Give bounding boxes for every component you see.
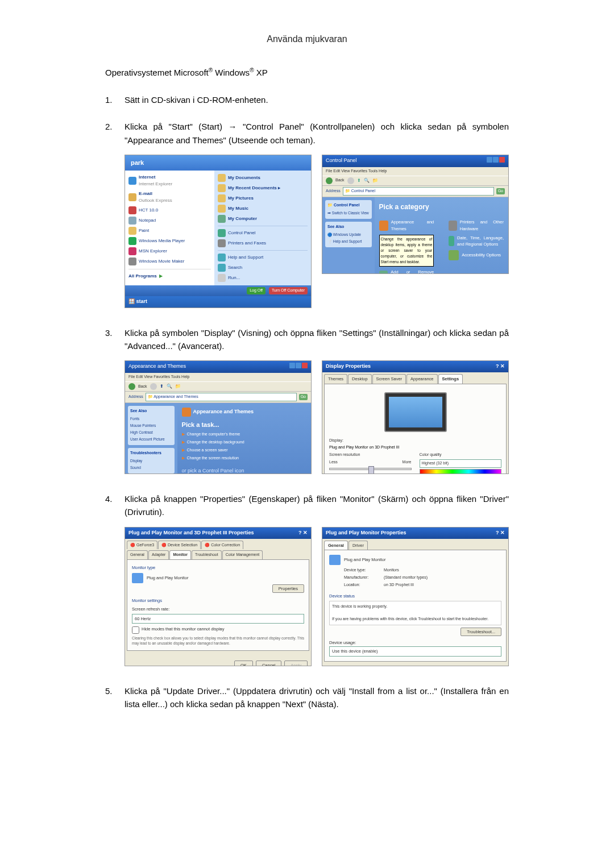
- start-item-moviemaker[interactable]: Windows Movie Maker: [128, 256, 211, 267]
- go-button[interactable]: Go: [496, 188, 505, 194]
- taskbar-start[interactable]: 🪟 start: [125, 296, 311, 308]
- sidebar-heading: Troubleshooters: [130, 450, 172, 456]
- start-item-mypics[interactable]: My Pictures: [218, 193, 308, 203]
- category-appearance[interactable]: Appearance and Themes: [379, 219, 434, 232]
- tab-troubleshoot[interactable]: Troubleshoot: [192, 550, 222, 559]
- go-button[interactable]: Go: [299, 394, 308, 400]
- tab-colorcorr[interactable]: 🔴 Color Correction: [201, 541, 243, 550]
- tab-devselect[interactable]: 🔴 Device Selection: [158, 541, 201, 550]
- back-button[interactable]: [326, 177, 333, 184]
- troubleshoot-button[interactable]: Troubleshoot...: [460, 628, 501, 636]
- resolution-label: Screen resolution: [329, 452, 412, 458]
- search-icon[interactable]: 🔍: [364, 177, 370, 184]
- sidebar-link[interactable]: Fonts: [130, 416, 172, 422]
- start-item-recent[interactable]: My Recent Documents ▸: [218, 183, 308, 193]
- back-button[interactable]: [128, 383, 135, 390]
- start-item-wmp[interactable]: Windows Media Player: [128, 236, 211, 246]
- turnoff-button[interactable]: Turn Off Computer: [269, 287, 308, 294]
- tab-monitor[interactable]: Monitor: [169, 550, 191, 559]
- start-item-mydocs[interactable]: My Documents: [218, 173, 308, 183]
- start-all-programs[interactable]: All Programs ▶: [128, 272, 211, 281]
- appearance-icon: [379, 221, 388, 231]
- resolution-slider[interactable]: [329, 468, 412, 470]
- sidebar-link[interactable]: Sound: [130, 464, 172, 471]
- logoff-button[interactable]: Log Off: [247, 287, 265, 294]
- tab-general[interactable]: General: [324, 541, 348, 550]
- window-buttons[interactable]: [486, 157, 505, 165]
- tab-settings[interactable]: Settings: [438, 374, 463, 384]
- tab-appearance[interactable]: Appearance: [406, 374, 437, 384]
- category-accessibility[interactable]: Accessibility Options: [449, 250, 504, 260]
- window-title: Plug and Play Monitor and 3D Prophet III…: [128, 529, 254, 537]
- color-select[interactable]: Highest (32 bit): [420, 459, 502, 468]
- tab-themes[interactable]: Themes: [324, 374, 347, 384]
- category-datetime[interactable]: Date, Time, Language, and Regional Optio…: [449, 235, 504, 248]
- tab-desktop[interactable]: Desktop: [348, 374, 372, 384]
- apply-button[interactable]: Apply: [284, 661, 308, 666]
- folders-icon[interactable]: 📁: [372, 177, 378, 184]
- start-item-printers[interactable]: Printers and Faxes: [218, 238, 308, 248]
- color-group: Color quality Highest (32 bit): [420, 452, 502, 474]
- up-icon[interactable]: ⬆: [357, 177, 361, 184]
- task-link[interactable]: ▶Choose a screen saver: [182, 447, 306, 454]
- refresh-select[interactable]: 60 Hertz: [132, 614, 304, 624]
- os-prefix: Operativsystemet Microsoft: [105, 68, 209, 77]
- start-item-search[interactable]: Search: [218, 263, 308, 273]
- sidebar-link[interactable]: User Account Picture: [130, 436, 172, 443]
- tab-driver[interactable]: Driver: [349, 541, 368, 550]
- window-buttons[interactable]: ? ✕: [298, 529, 308, 537]
- sidebar-link[interactable]: Mouse Pointers: [130, 422, 172, 429]
- tab-colormgmt[interactable]: Color Management: [222, 550, 263, 559]
- forward-button[interactable]: [150, 383, 157, 390]
- sidebar-link-classic[interactable]: ➡ Switch to Classic View: [327, 210, 370, 217]
- address-field[interactable]: 📁 Control Panel: [343, 187, 494, 196]
- task-link[interactable]: ▶Change the screen resolution: [182, 455, 306, 462]
- device-usage-select[interactable]: Use this device (enable): [329, 646, 501, 657]
- ok-button[interactable]: OK: [234, 661, 253, 666]
- address-field[interactable]: 📁 Appearance and Themes: [146, 393, 297, 401]
- task-link[interactable]: ▶Change the computer's theme: [182, 431, 306, 438]
- screenshot-start-menu: park InternetInternet Explorer E-mailOut…: [125, 155, 312, 308]
- cancel-button[interactable]: Cancel: [256, 661, 281, 666]
- start-item-notepad[interactable]: Notepad: [128, 215, 211, 226]
- display-value: Plug and Play Monitor on 3D Prophet III: [329, 445, 501, 451]
- search-icon[interactable]: 🔍: [167, 383, 172, 390]
- menubar[interactable]: File Edit View Favorites Tools Help: [125, 373, 311, 381]
- window-buttons[interactable]: ? ✕: [496, 529, 505, 537]
- start-item-paint[interactable]: Paint: [128, 226, 211, 236]
- start-item-help[interactable]: Help and Support: [218, 252, 308, 263]
- forward-button[interactable]: [347, 177, 354, 184]
- up-icon[interactable]: ⬆: [160, 383, 164, 390]
- start-item-label: Windows Media Player: [139, 238, 185, 244]
- window-buttons[interactable]: ? ✕: [496, 363, 505, 371]
- tab-geforce[interactable]: 🔴 GeForce3: [127, 541, 157, 550]
- start-item-label: Windows Movie Maker: [139, 258, 184, 265]
- folders-icon[interactable]: 📁: [175, 383, 181, 390]
- tab-general[interactable]: General: [127, 550, 148, 559]
- window-buttons[interactable]: [289, 363, 308, 371]
- start-item-mycomputer[interactable]: My Computer: [218, 214, 308, 224]
- start-item-run[interactable]: Run...: [218, 273, 308, 283]
- arrow-icon: ▶: [182, 455, 185, 462]
- sidebar-link[interactable]: High Contrast: [130, 429, 172, 436]
- sidebar-link[interactable]: 🔵 Windows Update: [327, 231, 370, 238]
- step-number: 1.: [105, 93, 117, 106]
- start-item-mymusic[interactable]: My Music: [218, 203, 308, 214]
- task-link[interactable]: ▶Change the desktop background: [182, 439, 306, 446]
- window-titlebar: Control Panel: [322, 155, 508, 167]
- properties-button[interactable]: Properties: [272, 584, 304, 593]
- start-item-controlpanel[interactable]: Control Panel: [218, 228, 308, 238]
- tab-adapter[interactable]: Adapter: [148, 550, 169, 559]
- start-item-internet[interactable]: InternetInternet Explorer: [128, 173, 211, 189]
- menubar[interactable]: File Edit View Favorites Tools Help: [322, 167, 508, 176]
- tab-screensaver[interactable]: Screen Saver: [372, 374, 406, 384]
- start-item-msn[interactable]: MSN Explorer: [128, 246, 211, 256]
- start-item-hct[interactable]: HCT 10.0: [128, 205, 211, 215]
- hide-modes-checkbox[interactable]: [132, 626, 139, 634]
- sidebar-link[interactable]: ❔ Help and Support: [327, 238, 370, 245]
- start-item-email[interactable]: E-mailOutlook Express: [128, 189, 211, 206]
- category-printers[interactable]: Printers and Other Hardware: [449, 219, 504, 232]
- window-titlebar: Plug and Play Monitor Properties ? ✕: [322, 528, 508, 539]
- category-addremove[interactable]: Add or Remove Programs: [379, 269, 434, 274]
- sidebar-link[interactable]: Display: [130, 458, 172, 464]
